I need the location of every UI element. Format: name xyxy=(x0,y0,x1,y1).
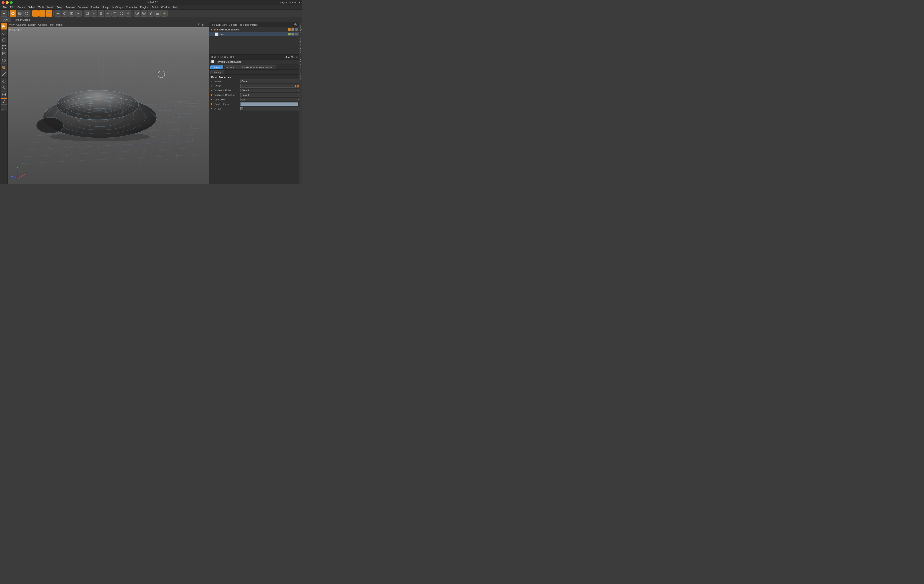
tool-rotate[interactable] xyxy=(1,37,7,43)
menu-snap[interactable]: Snap xyxy=(55,6,64,9)
prop-xray-checkbox-area[interactable] xyxy=(240,107,301,110)
render-button[interactable] xyxy=(141,10,147,16)
snap-button[interactable] xyxy=(55,10,61,16)
multi-pass-button[interactable] xyxy=(154,10,161,16)
x-axis-button[interactable]: X xyxy=(32,10,39,16)
menu-help[interactable]: Help xyxy=(172,6,180,9)
undo-button[interactable]: ↩ xyxy=(1,10,7,16)
vp-ctrl-center[interactable]: ⊕ xyxy=(202,23,205,26)
prop-name-input[interactable] xyxy=(240,79,301,83)
obj-menu-edit[interactable]: Edit xyxy=(216,23,221,26)
obj-row-subdivision-surface[interactable]: ▶ ◈ Subdivision Surface ✕ xyxy=(210,27,302,32)
rotate-tool-button[interactable] xyxy=(23,10,30,16)
menu-simulate[interactable]: Simulate xyxy=(77,6,89,9)
tab-basic[interactable]: Basic xyxy=(210,66,223,69)
tool-select-live[interactable] xyxy=(1,23,7,30)
tool-sculpt[interactable] xyxy=(1,105,7,111)
tab-coord[interactable]: Coord. xyxy=(224,66,238,69)
side-tab-objects[interactable]: Objects xyxy=(299,22,302,35)
y-axis-button[interactable]: Y xyxy=(39,10,46,16)
menu-create[interactable]: Create xyxy=(16,6,26,9)
obj-menu-view[interactable]: View xyxy=(222,23,228,26)
obj-menu-file[interactable]: File xyxy=(211,23,215,26)
xray-checkbox[interactable] xyxy=(240,107,243,110)
tab-phong[interactable]: Phong xyxy=(210,71,224,74)
anim-button[interactable] xyxy=(75,10,82,16)
cube-vis-editor[interactable] xyxy=(288,33,290,35)
cube-vis-render[interactable] xyxy=(292,33,294,35)
menu-edit[interactable]: Edit xyxy=(9,6,16,9)
symmetry-button[interactable] xyxy=(125,10,131,16)
z-axis-button[interactable]: Z xyxy=(46,10,52,16)
obj-row-cube[interactable]: ⬜ Cube ✕ xyxy=(210,32,302,36)
deform-button[interactable] xyxy=(91,10,97,16)
record-button[interactable] xyxy=(68,10,75,16)
obj-menu-objects[interactable]: Objects xyxy=(228,23,237,26)
menu-animate[interactable]: Animate xyxy=(64,6,76,9)
props-menu-userdata[interactable]: User Data xyxy=(224,56,236,58)
vp-menu-options[interactable]: Options xyxy=(38,23,47,26)
menu-character[interactable]: Character xyxy=(125,6,138,9)
prop-vis-editor-dropdown[interactable]: Default ▼ xyxy=(240,89,301,92)
layout-selector[interactable]: Layout: Startup ▼ xyxy=(280,1,300,4)
tool-snap[interactable] xyxy=(1,84,7,91)
vp-menu-display[interactable]: Display xyxy=(28,23,36,26)
move-tool-button[interactable] xyxy=(10,10,16,16)
tool-texture[interactable] xyxy=(1,91,7,98)
obj-menu-tags[interactable]: Tags xyxy=(239,23,244,26)
props-back-icon[interactable]: ◀ xyxy=(285,56,287,59)
render-view-button[interactable] xyxy=(134,10,140,16)
obj-menu-bookmarks[interactable]: Bookmarks xyxy=(245,23,257,26)
menu-window[interactable]: Window xyxy=(160,6,172,9)
menu-tools[interactable]: Tools xyxy=(37,6,46,9)
obj-search-icon[interactable]: 🔍 xyxy=(294,23,298,26)
minimize-button[interactable] xyxy=(6,1,9,4)
menu-file[interactable]: File xyxy=(2,6,8,9)
menu-mograph[interactable]: MoGraph xyxy=(111,6,124,9)
bool-button[interactable] xyxy=(111,10,118,16)
tool-workplane[interactable] xyxy=(1,78,7,84)
vp-menu-view[interactable]: View xyxy=(9,23,15,26)
tool-scale[interactable] xyxy=(1,44,7,50)
cube-lock[interactable] xyxy=(295,33,298,35)
tool-object[interactable] xyxy=(1,57,7,64)
prop-use-color-dropdown[interactable]: Off ▼ xyxy=(240,98,301,101)
side-tab-structure[interactable]: Structure xyxy=(299,57,302,71)
prop-vis-renderer-dropdown[interactable]: Default ▼ xyxy=(240,93,301,97)
light-button[interactable] xyxy=(161,10,168,16)
vp-ctrl-fullscreen[interactable]: □ xyxy=(206,23,208,26)
tool-move[interactable] xyxy=(1,30,7,36)
vp-menu-panel[interactable]: Panel xyxy=(56,23,63,26)
menu-plugins[interactable]: Plugins xyxy=(139,6,150,9)
obj-vis-editor[interactable] xyxy=(288,28,290,31)
layer-add-icon[interactable]: + xyxy=(295,84,296,87)
props-settings-icon[interactable]: ⚙ xyxy=(295,56,298,59)
prop-display-color-swatch[interactable] xyxy=(240,102,298,106)
side-tab-layers[interactable]: Layers xyxy=(299,71,302,82)
tool-paint[interactable] xyxy=(1,98,7,105)
viewport[interactable]: View Cameras Display Options Filter Pane… xyxy=(8,22,209,184)
props-search-icon[interactable]: 🔍 xyxy=(291,56,294,59)
menu-sculpt[interactable]: Sculpt xyxy=(101,6,111,9)
obj-vis-render[interactable] xyxy=(292,28,294,31)
props-menu-edit[interactable]: Edit xyxy=(218,56,223,58)
menu-render[interactable]: Render xyxy=(89,6,101,9)
close-button[interactable] xyxy=(2,1,5,4)
vp-ctrl-expand[interactable]: ⇱ xyxy=(198,23,201,26)
tab-render-queue[interactable]: Render Queue xyxy=(11,17,33,22)
spline-button[interactable] xyxy=(98,10,104,16)
obj-lock[interactable] xyxy=(295,28,298,31)
tool-polygon[interactable] xyxy=(1,64,7,71)
tab-view[interactable]: View xyxy=(0,17,11,22)
side-tab-content-browser[interactable]: Content Browser xyxy=(299,35,302,57)
array-button[interactable] xyxy=(118,10,125,16)
scale-tool-button[interactable] xyxy=(16,10,23,16)
vp-menu-filter[interactable]: Filter xyxy=(49,23,54,26)
tab-subdivision-weight[interactable]: Subdivision Surface Weight xyxy=(239,66,276,69)
props-up-icon[interactable]: ▲ xyxy=(288,56,290,59)
tool-transform[interactable] xyxy=(1,51,7,57)
tool-edge[interactable] xyxy=(1,71,7,77)
props-menu-mode[interactable]: Mode xyxy=(211,56,217,58)
render-settings-button[interactable] xyxy=(148,10,154,16)
keyframe-button[interactable] xyxy=(62,10,68,16)
